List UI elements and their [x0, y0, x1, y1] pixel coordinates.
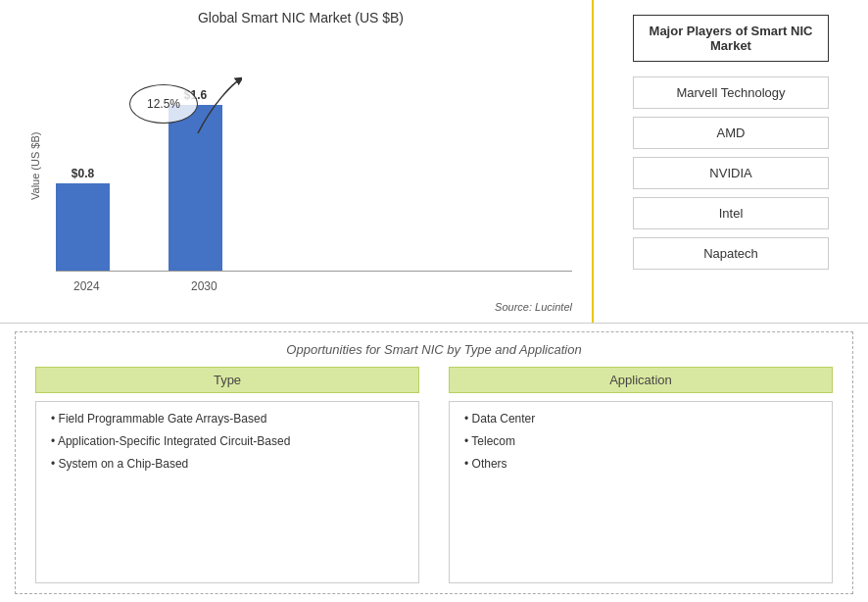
bar-value-2024: $0.8	[72, 167, 94, 180]
opportunities-content: Type Field Programmable Gate Arrays-Base…	[35, 367, 833, 583]
x-label-2024: 2024	[73, 279, 100, 293]
arrow-svg	[105, 65, 242, 143]
player-napatech: Napatech	[633, 237, 829, 270]
bar-rect-2024	[56, 183, 110, 272]
player-marvell: Marvell Technology	[633, 76, 829, 109]
application-items: Data Center Telecom Others	[449, 401, 833, 583]
application-header: Application	[449, 367, 833, 393]
type-item-1: Application-Specific Integrated Circuit-…	[51, 432, 409, 450]
type-item-2: System on a Chip-Based	[51, 455, 409, 473]
players-title: Major Players of Smart NIC Market	[633, 15, 829, 62]
player-intel: Intel	[633, 197, 829, 229]
players-area: Major Players of Smart NIC Market Marvel…	[594, 0, 868, 323]
player-nvidia: NVIDIA	[633, 157, 829, 189]
chart-plot: $0.8 $1.6 2024 2030 12.5%	[46, 35, 572, 296]
type-column: Type Field Programmable Gate Arrays-Base…	[35, 367, 419, 583]
source-text: Source: Lucintel	[29, 301, 572, 313]
y-axis-label: Value (US $B)	[29, 35, 41, 296]
application-item-2: Others	[464, 455, 822, 473]
opportunities-title: Opportunities for Smart NIC by Type and …	[35, 342, 833, 357]
bar-2024: $0.8	[56, 167, 110, 272]
application-item-0: Data Center	[464, 410, 822, 427]
type-header: Type	[35, 367, 419, 393]
application-item-1: Telecom	[464, 432, 822, 450]
top-section: Global Smart NIC Market (US $B) Value (U…	[0, 0, 868, 324]
chart-title: Global Smart NIC Market (US $B)	[29, 10, 572, 25]
player-amd: AMD	[633, 117, 829, 149]
type-items: Field Programmable Gate Arrays-Based App…	[35, 401, 419, 583]
main-container: Global Smart NIC Market (US $B) Value (U…	[0, 0, 868, 602]
type-item-0: Field Programmable Gate Arrays-Based	[51, 410, 409, 427]
bars-container: $0.8 $1.6 2024 2030 12.5%	[46, 35, 572, 296]
bottom-section: Opportunities for Smart NIC by Type and …	[15, 331, 853, 594]
chart-inner: Value (US $B) $0.8 $1.6	[29, 35, 572, 296]
chart-area: Global Smart NIC Market (US $B) Value (U…	[0, 0, 594, 323]
x-label-2030: 2030	[191, 279, 217, 293]
application-column: Application Data Center Telecom Others	[449, 367, 833, 583]
